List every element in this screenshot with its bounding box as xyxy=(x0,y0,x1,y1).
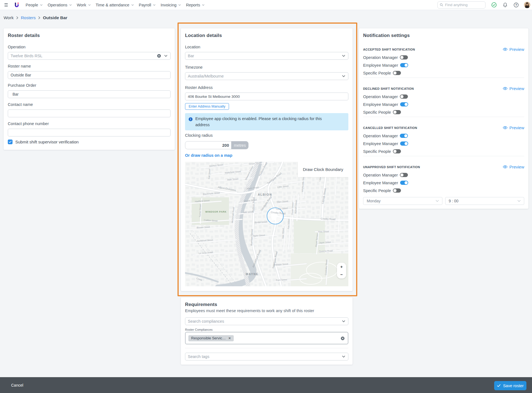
map-zoom-control: + − xyxy=(337,263,346,278)
notification-settings-title: Notification settings xyxy=(363,28,524,38)
requirements-card: Requirements Employees must meet these r… xyxy=(181,297,353,365)
nav-item-people[interactable]: People xyxy=(26,3,43,7)
clear-all-icon[interactable] xyxy=(341,336,344,340)
draw-radius-link[interactable]: Or draw radius on a map xyxy=(185,153,232,158)
divider xyxy=(185,348,348,348)
clocking-alert-text: Employee app clocking is enabled. Please… xyxy=(195,116,336,128)
section-heading: UNAPPROVED SHIFT NOTIFICATION xyxy=(363,165,420,169)
user-avatar[interactable] xyxy=(524,2,530,8)
supervisor-verification-checkbox[interactable] xyxy=(8,140,13,144)
check-icon xyxy=(497,384,501,387)
notification-settings-card: Notification settings ACCEPTED SHIFT NOT… xyxy=(359,28,528,209)
contact-phone-input[interactable] xyxy=(8,129,171,136)
roster-compliances-label: Roster Compliances xyxy=(185,328,348,331)
cancel-button[interactable]: Cancel xyxy=(11,383,23,387)
toggle-specific-people[interactable] xyxy=(393,188,401,193)
map-road-label: Crosby Road xyxy=(321,217,336,221)
clocking-radius-input[interactable] xyxy=(185,141,231,149)
toggle-employee-manager[interactable] xyxy=(400,63,408,67)
chevron-down-icon xyxy=(153,4,156,6)
save-roster-button[interactable]: Save roster xyxy=(494,381,526,390)
nav-item-payroll[interactable]: Payroll xyxy=(139,3,156,7)
nav-item-work[interactable]: Work xyxy=(77,3,91,7)
compliance-chip: Responsible Servic… ✕ xyxy=(188,335,234,341)
map-road-label: Burrows Street xyxy=(250,229,253,245)
preview-link[interactable]: Preview xyxy=(503,86,524,91)
toggle-specific-people[interactable] xyxy=(393,110,401,114)
foundu-logo[interactable] xyxy=(14,3,19,7)
chevron-down-icon xyxy=(342,320,345,322)
chevron-down-icon xyxy=(435,200,439,202)
status-check-icon[interactable] xyxy=(491,2,497,8)
clocking-radius-label: Clocking radius xyxy=(185,133,348,138)
accepted-shift-notification-section: ACCEPTED SHIFT NOTIFICATION Preview Oper… xyxy=(363,38,524,78)
operation-select[interactable]: Twelve Birds RSL xyxy=(8,52,171,60)
location-details-card: Location details Location Bar Timezone A… xyxy=(181,28,353,291)
toggle-specific-people[interactable] xyxy=(393,149,401,153)
notification-time-select[interactable]: 9 : 00 xyxy=(445,197,524,205)
requirements-subtitle: Employees must meet these requirements t… xyxy=(185,309,348,313)
toggle-employee-manager[interactable] xyxy=(400,181,408,185)
location-label: Location xyxy=(185,45,348,49)
map-zoom-in-button[interactable]: + xyxy=(337,263,346,271)
declined-shift-notification-section: DECLINED SHIFT NOTIFICATION Preview Oper… xyxy=(363,78,524,117)
breadcrumb-work[interactable]: Work xyxy=(4,15,14,20)
nav-item-time-attendance[interactable]: Time & attendance xyxy=(96,3,134,7)
section-heading: CANCELLED SHIFT NOTIFICATION xyxy=(363,126,417,130)
toggle-row: Operation Manager xyxy=(363,173,524,177)
toggle-specific-people[interactable] xyxy=(393,71,401,75)
preview-link[interactable]: Preview xyxy=(503,125,524,130)
enter-address-manually-button[interactable]: Enter Address Manually xyxy=(185,103,229,110)
clear-selection-icon[interactable] xyxy=(157,54,161,58)
contact-name-input[interactable] xyxy=(8,110,171,117)
chevron-right-icon xyxy=(38,16,40,19)
roster-name-input[interactable] xyxy=(8,71,171,79)
supervisor-verification-checkbox-row: Submit shift supervisor verification xyxy=(8,140,171,144)
top-navbar: People Operations Work Time & attendance… xyxy=(0,0,532,10)
clocking-radius-group: metres xyxy=(185,141,248,149)
info-icon xyxy=(189,117,193,128)
contact-name-label: Contact name xyxy=(8,102,171,107)
map-zoom-out-button[interactable]: − xyxy=(337,271,346,279)
toggle-row: Employee Manager xyxy=(363,102,524,106)
map-street-label: Pine Street xyxy=(318,230,329,233)
help-icon[interactable]: ? xyxy=(513,2,519,8)
hamburger-menu-icon[interactable] xyxy=(4,3,8,6)
toggle-row: Specific People xyxy=(363,188,524,193)
notification-day-select[interactable]: Monday xyxy=(363,197,442,205)
roster-details-card: Roster details Operation Twelve Birds RS… xyxy=(4,28,175,150)
toggle-operation-manager[interactable] xyxy=(400,173,408,177)
nav-item-operations[interactable]: Operations xyxy=(48,3,72,7)
nav-item-reports[interactable]: Reports xyxy=(186,3,205,7)
chevron-down-icon xyxy=(342,55,345,57)
nav-item-invoicing[interactable]: Invoicing xyxy=(161,3,181,7)
draw-clock-boundary-button[interactable]: Draw Clock Boundary xyxy=(298,162,348,177)
location-select[interactable]: Bar xyxy=(185,52,348,60)
preview-link[interactable]: Preview xyxy=(503,47,524,52)
chevron-down-icon xyxy=(88,4,91,6)
search-tags-select[interactable]: Search tags xyxy=(185,353,348,360)
toggle-operation-manager[interactable] xyxy=(400,94,408,99)
map-park-label: WINDSOR PARK xyxy=(205,210,227,213)
search-compliances-select[interactable]: Search compliances xyxy=(185,317,348,325)
roster-compliances-box[interactable]: Responsible Servic… ✕ xyxy=(185,332,348,344)
breadcrumb: Work Rosters Outside Bar xyxy=(4,15,67,20)
breadcrumb-rosters[interactable]: Rosters xyxy=(21,15,36,20)
preview-link[interactable]: Preview xyxy=(503,165,524,169)
notifications-bell-icon[interactable] xyxy=(502,2,508,8)
toggle-operation-manager[interactable] xyxy=(400,55,408,59)
purchase-order-input[interactable] xyxy=(8,90,171,98)
global-search xyxy=(437,1,486,9)
eye-icon xyxy=(503,48,508,51)
search-input[interactable] xyxy=(445,3,483,7)
timezone-select[interactable]: Australia/Melbourne xyxy=(185,72,348,80)
toggle-employee-manager[interactable] xyxy=(400,141,408,146)
roster-name-label: Roster name xyxy=(8,64,171,68)
chip-remove-icon[interactable]: ✕ xyxy=(228,336,231,340)
toggle-operation-manager[interactable] xyxy=(400,134,408,138)
toggle-employee-manager[interactable] xyxy=(400,102,408,106)
map-street-label: Fox Street xyxy=(287,219,290,229)
location-map[interactable]: Storkey Street Grove Street Salt Street … xyxy=(185,162,348,286)
roster-address-input[interactable] xyxy=(185,93,348,100)
operation-label: Operation xyxy=(8,45,171,49)
